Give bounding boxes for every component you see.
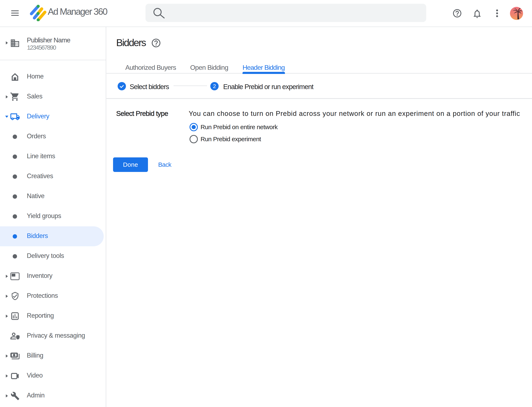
svg-text:2: 2 (213, 83, 216, 89)
